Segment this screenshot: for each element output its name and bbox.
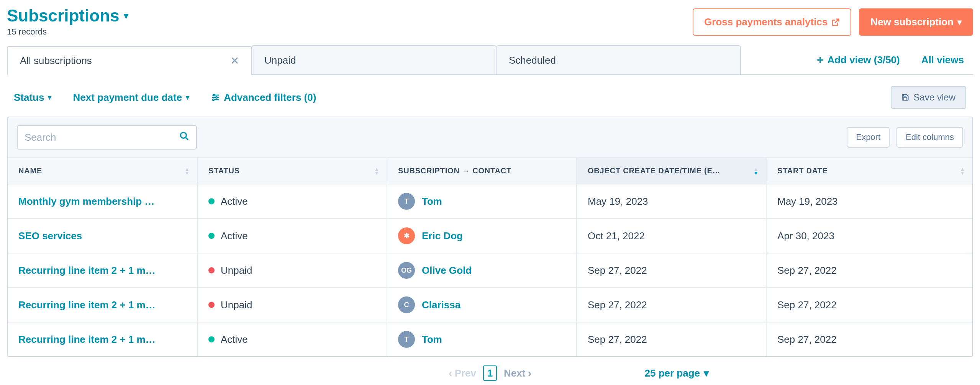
table-container: Export Edit columns NAME ▲▼ STATUS ▲▼ SU… — [7, 117, 973, 357]
avatar: T — [398, 193, 415, 210]
table-row: Recurring line item 2 + 1 m…UnpaidCClari… — [8, 288, 972, 322]
records-count: 15 records — [7, 27, 128, 37]
due-date-filter-label: Next payment due date — [73, 92, 182, 104]
sort-icon: ▲▼ — [960, 167, 965, 175]
close-icon[interactable]: ✕ — [230, 54, 239, 67]
edit-columns-button[interactable]: Edit columns — [896, 127, 963, 148]
caret-down-icon: ▾ — [957, 17, 962, 27]
caret-down-icon: ▾ — [186, 93, 189, 102]
subscription-name-link[interactable]: Recurring line item 2 + 1 m… — [18, 299, 156, 311]
start-date-cell: Sep 27, 2022 — [766, 288, 972, 322]
column-header-status[interactable]: STATUS ▲▼ — [197, 158, 387, 184]
avatar: T — [398, 331, 415, 348]
start-date-cell: Apr 30, 2023 — [766, 219, 972, 253]
save-view-label: Save view — [914, 92, 955, 103]
page-number[interactable]: 1 — [483, 365, 497, 381]
chevron-left-icon: ‹ — [449, 367, 452, 380]
page-title-dropdown[interactable]: Subscriptions ▾ — [7, 6, 128, 25]
status-dot-icon — [208, 267, 215, 273]
subscriptions-table: NAME ▲▼ STATUS ▲▼ SUBSCRIPTION → CONTACT… — [8, 158, 972, 356]
column-header-start-date[interactable]: START DATE ▲▼ — [766, 158, 972, 184]
sort-icon: ▲▼ — [184, 167, 190, 175]
column-header-create-date[interactable]: OBJECT CREATE DATE/TIME (E… ▲▼ — [577, 158, 766, 184]
advanced-filters-button[interactable]: Advanced filters (0) — [211, 92, 316, 104]
search-box[interactable] — [17, 125, 197, 150]
subscription-name-link[interactable]: Recurring line item 2 + 1 m… — [18, 265, 156, 276]
sliders-icon — [211, 93, 220, 102]
tab-unpaid[interactable]: Unpaid — [251, 45, 497, 74]
tabs-row: All subscriptions ✕ Unpaid Scheduled + A… — [7, 45, 973, 75]
status-text: Active — [221, 334, 248, 346]
subscription-name-link[interactable]: Monthly gym membership … — [18, 196, 154, 207]
contact-link[interactable]: Clarissa — [422, 299, 461, 311]
plus-icon: + — [817, 53, 824, 66]
status-text: Unpaid — [221, 299, 252, 311]
sort-icon: ▲▼ — [374, 167, 380, 175]
save-view-button[interactable]: Save view — [891, 86, 966, 109]
create-date-cell: Sep 27, 2022 — [577, 253, 766, 288]
status-dot-icon — [208, 302, 215, 308]
all-views-link[interactable]: All views — [921, 54, 964, 66]
status-text: Active — [221, 196, 248, 207]
avatar: OG — [398, 262, 415, 279]
caret-down-icon: ▾ — [704, 367, 709, 379]
contact-link[interactable]: Olive Gold — [422, 265, 472, 276]
create-date-cell: Oct 21, 2022 — [577, 219, 766, 253]
prev-button[interactable]: ‹ Prev — [449, 367, 476, 380]
svg-point-3 — [216, 97, 217, 98]
next-button[interactable]: Next › — [504, 367, 531, 380]
subscription-name-link[interactable]: SEO services — [18, 230, 82, 242]
due-date-filter[interactable]: Next payment due date ▾ — [73, 92, 189, 104]
svg-point-5 — [213, 99, 214, 100]
filter-row: Status ▾ Next payment due date ▾ Advance… — [7, 75, 973, 117]
pagination: ‹ Prev 1 Next › 25 per page ▾ — [7, 357, 973, 381]
column-header-contact[interactable]: SUBSCRIPTION → CONTACT — [387, 158, 577, 184]
contact-link[interactable]: Tom — [422, 196, 442, 207]
status-filter[interactable]: Status ▾ — [14, 92, 51, 104]
contact-link[interactable]: Tom — [422, 334, 442, 346]
search-icon — [179, 131, 189, 144]
start-date-cell: May 19, 2023 — [766, 184, 972, 219]
contact-link[interactable]: Eric Dog — [422, 230, 463, 242]
table-row: SEO servicesActive✱Eric DogOct 21, 2022A… — [8, 219, 972, 253]
export-button[interactable]: Export — [847, 127, 890, 148]
tab-label: Scheduled — [509, 54, 556, 66]
column-header-name[interactable]: NAME ▲▼ — [8, 158, 197, 184]
gross-payments-analytics-button[interactable]: Gross payments analytics — [693, 8, 851, 36]
status-dot-icon — [208, 233, 215, 239]
new-subscription-button[interactable]: New subscription ▾ — [859, 8, 973, 36]
search-input[interactable] — [25, 132, 179, 143]
table-row: Monthly gym membership …ActiveTTomMay 19… — [8, 184, 972, 219]
advanced-filters-label: Advanced filters (0) — [224, 92, 316, 104]
per-page-select[interactable]: 25 per page ▾ — [645, 367, 709, 379]
external-link-icon — [831, 18, 840, 26]
status-text: Active — [221, 230, 248, 242]
page-title: Subscriptions — [7, 6, 119, 25]
start-date-cell: Sep 27, 2022 — [766, 253, 972, 288]
svg-point-6 — [180, 132, 186, 138]
new-subscription-label: New subscription — [870, 16, 954, 28]
avatar: C — [398, 296, 415, 313]
add-view-button[interactable]: + Add view (3/50) — [817, 53, 900, 66]
tab-all-subscriptions[interactable]: All subscriptions ✕ — [7, 46, 252, 75]
add-view-label: Add view (3/50) — [827, 54, 900, 66]
status-text: Unpaid — [221, 265, 252, 276]
create-date-cell: Sep 27, 2022 — [577, 288, 766, 322]
table-row: Recurring line item 2 + 1 m…UnpaidOGOliv… — [8, 253, 972, 288]
subscription-name-link[interactable]: Recurring line item 2 + 1 m… — [18, 334, 156, 345]
status-dot-icon — [208, 198, 215, 204]
avatar: ✱ — [398, 227, 415, 244]
status-dot-icon — [208, 336, 215, 342]
caret-down-icon: ▾ — [124, 10, 128, 21]
caret-down-icon: ▾ — [48, 93, 51, 102]
tab-scheduled[interactable]: Scheduled — [496, 45, 741, 74]
svg-line-7 — [185, 137, 188, 140]
table-row: Recurring line item 2 + 1 m…ActiveTTomSe… — [8, 322, 972, 356]
start-date-cell: Sep 27, 2022 — [766, 322, 972, 356]
create-date-cell: May 19, 2023 — [577, 184, 766, 219]
create-date-cell: Sep 27, 2022 — [577, 322, 766, 356]
svg-point-1 — [213, 94, 215, 96]
analytics-label: Gross payments analytics — [704, 16, 828, 28]
table-toolbar: Export Edit columns — [8, 117, 972, 158]
tab-label: Unpaid — [264, 54, 296, 66]
